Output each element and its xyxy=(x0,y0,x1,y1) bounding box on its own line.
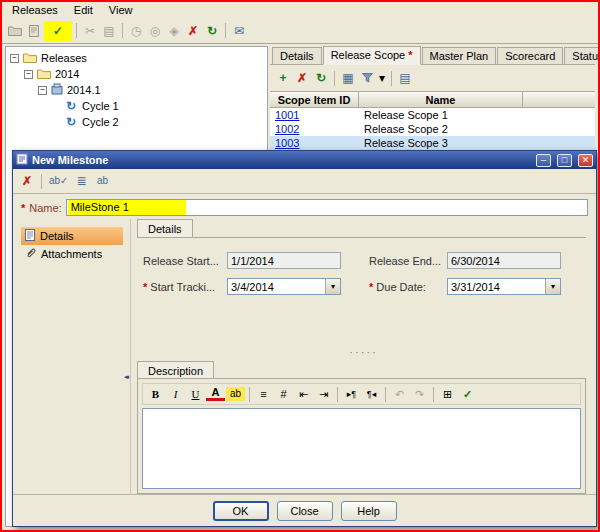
toolbar-separator xyxy=(337,387,338,402)
tab-details[interactable]: Details xyxy=(137,219,193,237)
refresh-icon[interactable]: ↻ xyxy=(203,22,221,40)
spelling-options-icon[interactable]: ab xyxy=(93,172,113,190)
scope-item-link[interactable]: 1001 xyxy=(275,109,299,121)
toolbar-separator xyxy=(334,71,335,86)
tab-label: Details xyxy=(280,50,314,62)
clear-all-fields-icon[interactable]: ✗ xyxy=(18,172,36,190)
new-release-icon[interactable] xyxy=(25,22,43,40)
indent-icon[interactable]: ⇥ xyxy=(314,385,333,403)
left-to-right-icon[interactable]: ▸¶ xyxy=(342,385,361,403)
comments-icon[interactable]: ✉ xyxy=(230,22,248,40)
cycle-icon: ↻ xyxy=(64,115,78,129)
bullet-list-icon[interactable]: ≡ xyxy=(254,385,273,403)
information-panel-icon[interactable]: ▤ xyxy=(396,69,414,87)
dialog-content: Details Attachments ◂◂ Details Release S… xyxy=(13,219,596,494)
sidebar-item-label: Attachments xyxy=(41,248,102,260)
tree-node-releases[interactable]: − Releases xyxy=(8,50,265,66)
numbered-list-icon[interactable]: # xyxy=(274,385,293,403)
italic-icon[interactable]: I xyxy=(166,385,185,403)
close-button[interactable]: ✕ xyxy=(578,154,593,167)
paste-icon[interactable]: ▤ xyxy=(100,22,118,40)
dialog-toolbar: ✗ ab✓ ≣ ab xyxy=(13,169,596,194)
refresh-icon[interactable]: ↻ xyxy=(312,69,330,87)
tab-scorecard[interactable]: Scorecard xyxy=(497,47,563,64)
start-tracking-value: 3/4/2014 xyxy=(228,281,325,293)
dialog-main: Details Release Start... 1/1/2014 Releas… xyxy=(131,219,596,494)
column-header-name[interactable]: Name xyxy=(359,92,523,107)
field-row: * Start Tracki... 3/4/2014 ▾ * Due Date:… xyxy=(143,278,584,295)
select-columns-icon[interactable]: ▦ xyxy=(339,69,357,87)
insert-table-icon[interactable]: ⊞ xyxy=(438,385,457,403)
dropdown-arrow-icon[interactable]: ▾ xyxy=(545,279,560,294)
description-editor-box: B I U A ab ≡ # ⇤ ⇥ ▸¶ ¶◂ ↶ xyxy=(137,378,586,494)
tab-description[interactable]: Description xyxy=(137,361,214,379)
menu-releases[interactable]: Releases xyxy=(4,3,66,17)
description-tab-row: Description xyxy=(137,361,586,379)
start-tracking-combo[interactable]: 3/4/2014 ▾ xyxy=(227,278,341,295)
column-header-scope-item-id[interactable]: Scope Item ID xyxy=(270,92,359,107)
highlight-color-icon[interactable]: ab xyxy=(226,387,245,401)
tree-node-cycle-1[interactable]: ↻ Cycle 1 xyxy=(8,98,265,114)
collapse-expander-icon[interactable]: − xyxy=(24,70,33,79)
bold-icon[interactable]: B xyxy=(146,385,165,403)
sidebar-splitter[interactable]: ◂◂ xyxy=(123,219,131,494)
name-input[interactable]: MileStone 1 xyxy=(66,199,588,216)
tab-details[interactable]: Details xyxy=(272,47,322,64)
sidebar-item-attachments[interactable]: Attachments xyxy=(21,245,123,263)
right-to-left-icon[interactable]: ¶◂ xyxy=(362,385,381,403)
collapse-expander-icon[interactable]: − xyxy=(38,86,47,95)
dialog-button-bar: OK Close Help xyxy=(13,494,596,526)
scope-item-link[interactable]: 1002 xyxy=(275,123,299,135)
sidebar-item-details[interactable]: Details xyxy=(21,227,123,245)
maximize-button[interactable]: □ xyxy=(557,154,572,167)
scope-item-link[interactable]: 1003 xyxy=(275,137,299,149)
due-date-combo[interactable]: 3/31/2014 ▾ xyxy=(447,278,561,295)
new-release-folder-icon[interactable] xyxy=(6,22,24,40)
thesaurus-icon[interactable]: ≣ xyxy=(73,172,91,190)
tab-status[interactable]: Status xyxy=(564,47,600,64)
splitter-handle[interactable]: ····· xyxy=(143,347,584,357)
description-textarea[interactable] xyxy=(142,408,581,489)
table-row[interactable]: 1002 Release Scope 2 xyxy=(270,122,595,136)
cut-icon[interactable]: ✂ xyxy=(81,22,99,40)
toolbar-separator xyxy=(122,23,123,38)
menu-edit[interactable]: Edit xyxy=(66,3,101,17)
minimize-button[interactable]: – xyxy=(536,154,551,167)
help-button[interactable]: Help xyxy=(341,501,397,521)
redo-icon[interactable]: ↷ xyxy=(410,385,429,403)
required-indicator: * xyxy=(21,202,25,214)
tree-node-2014[interactable]: − 2014 xyxy=(8,66,265,82)
close-button[interactable]: Close xyxy=(277,501,333,521)
remove-scope-item-icon[interactable]: ✗ xyxy=(293,69,311,87)
table-row-selected[interactable]: 1003 Release Scope 3 xyxy=(270,136,595,150)
filter-icon[interactable] xyxy=(358,69,376,87)
filter-dropdown-icon[interactable]: ▾ xyxy=(377,69,387,87)
outdent-icon[interactable]: ⇤ xyxy=(294,385,313,403)
tree-node-cycle-2[interactable]: ↻ Cycle 2 xyxy=(8,114,265,130)
underline-icon[interactable]: U xyxy=(186,385,205,403)
undo-icon[interactable]: ↶ xyxy=(390,385,409,403)
collapse-expander-icon[interactable]: − xyxy=(10,54,19,63)
details-page-icon xyxy=(25,229,35,243)
add-scope-item-icon[interactable]: + xyxy=(274,69,292,87)
dialog-titlebar[interactable]: New Milestone – □ ✕ xyxy=(13,151,596,169)
dropdown-arrow-icon[interactable]: ▾ xyxy=(325,279,340,294)
font-color-icon[interactable]: A xyxy=(206,387,225,401)
required-indicator: * xyxy=(143,281,147,293)
new-milestone-icon[interactable]: ✓ xyxy=(49,22,67,40)
menu-view[interactable]: View xyxy=(101,3,141,17)
table-row[interactable]: 1001 Release Scope 1 xyxy=(270,108,595,122)
collapse-sidebar-icon[interactable]: ◂◂ xyxy=(124,373,127,381)
history-icon[interactable]: ◷ xyxy=(127,22,145,40)
ok-button[interactable]: OK xyxy=(213,501,269,521)
tab-release-scope[interactable]: Release Scope* xyxy=(323,46,421,65)
tree-node-2014-1[interactable]: − 2014.1 xyxy=(8,82,265,98)
delete-icon[interactable]: ✗ xyxy=(184,22,202,40)
spell-check-icon[interactable]: ✓ xyxy=(458,385,477,403)
spell-check-icon[interactable]: ab✓ xyxy=(47,172,71,190)
tab-master-plan[interactable]: Master Plan xyxy=(422,47,497,64)
cycle-icon: ↻ xyxy=(64,99,78,113)
richtext-toolbar: B I U A ab ≡ # ⇤ ⇥ ▸¶ ¶◂ ↶ xyxy=(142,383,581,405)
flag-icon[interactable]: ◈ xyxy=(165,22,183,40)
favorites-icon[interactable]: ◎ xyxy=(146,22,164,40)
